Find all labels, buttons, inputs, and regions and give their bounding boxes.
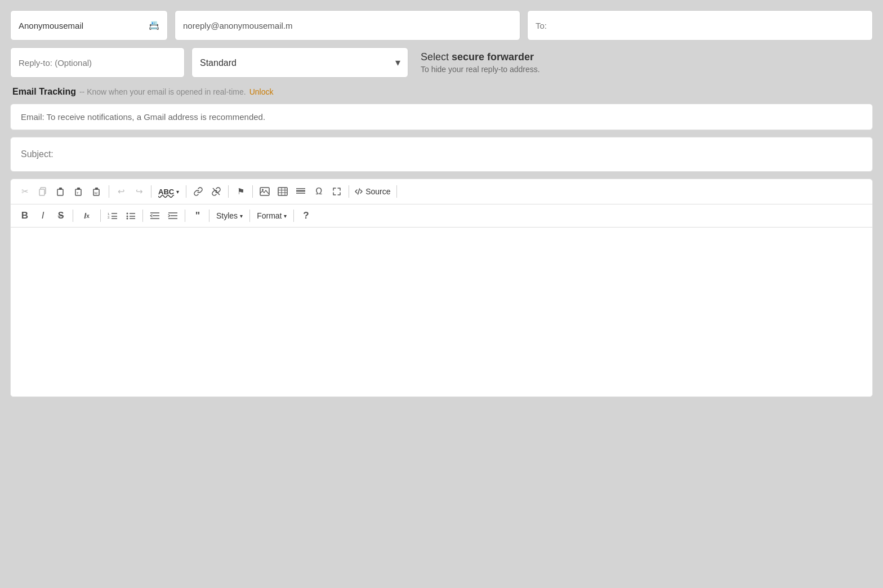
paste-text-button[interactable]: T: [70, 184, 87, 199]
source-button[interactable]: Source: [353, 184, 393, 199]
blockquote-button[interactable]: ": [189, 208, 206, 224]
secure-forwarder-subtitle: To hide your real reply-to address.: [421, 65, 867, 74]
tracking-section: Email Tracking -- Know when your email i…: [10, 84, 873, 97]
paste-button[interactable]: [52, 184, 69, 199]
paste-word-button[interactable]: W: [88, 184, 105, 199]
svg-point-28: [127, 218, 128, 220]
tracking-unlock-link[interactable]: Unlock: [249, 87, 274, 96]
svg-rect-1: [39, 189, 44, 195]
strike-button[interactable]: S: [52, 208, 69, 224]
secure-forwarder-info: Select secure forwarder To hide your rea…: [415, 47, 873, 78]
to-input[interactable]: [536, 21, 864, 30]
editor-container: ✂ T: [10, 179, 873, 397]
sep3: [186, 185, 186, 198]
sep10: [142, 210, 143, 222]
image-button[interactable]: [256, 184, 273, 199]
styles-label: Styles: [216, 211, 238, 220]
help-button[interactable]: ?: [297, 208, 314, 224]
special-char-button[interactable]: Ω: [310, 184, 327, 199]
row-from-to: Anonymousemail 📇: [10, 10, 873, 41]
indent-button[interactable]: [164, 208, 181, 224]
svg-point-26: [127, 213, 128, 215]
spellcheck-button[interactable]: ABC ▾: [155, 184, 182, 199]
sep13: [249, 210, 250, 222]
standard-select[interactable]: Standard Premium Custom: [191, 47, 408, 78]
sep5: [252, 185, 253, 198]
styles-arrow: ▾: [240, 213, 243, 219]
redo-button[interactable]: ↪: [131, 184, 148, 199]
tracking-desc: -- Know when your email is opened in rea…: [79, 87, 246, 96]
sep6: [349, 185, 349, 198]
reply-to-input[interactable]: [19, 58, 176, 68]
format-arrow: ▾: [284, 213, 287, 219]
sep9: [100, 210, 101, 222]
table-button[interactable]: [274, 184, 291, 199]
sep14: [293, 210, 294, 222]
svg-point-27: [127, 216, 128, 217]
sep11: [185, 210, 185, 222]
bold-button[interactable]: B: [16, 208, 33, 224]
sep12: [209, 210, 209, 222]
toolbar-row2: B I S Ix 1. 2.: [11, 204, 872, 228]
main-container: Anonymousemail 📇 Standard Premium Custom…: [0, 0, 883, 397]
to-field[interactable]: [527, 10, 873, 41]
reply-to-field[interactable]: [10, 47, 185, 78]
source-label: Source: [365, 187, 390, 196]
toolbar-row1: ✂ T: [11, 179, 872, 204]
editor-body[interactable]: [11, 228, 872, 397]
sep1: [109, 185, 109, 198]
svg-text:2.: 2.: [108, 216, 110, 219]
spellcheck-label: ABC: [158, 188, 174, 196]
svg-point-12: [262, 189, 264, 191]
row-reply-standard: Standard Premium Custom Select secure fo…: [10, 47, 873, 78]
italic-button[interactable]: I: [34, 208, 51, 224]
remove-format-button[interactable]: Ix: [77, 208, 97, 224]
sep8: [73, 210, 73, 222]
remove-format-x: x: [86, 213, 90, 219]
cut-button[interactable]: ✂: [16, 184, 33, 199]
styles-button[interactable]: Styles ▾: [213, 208, 246, 224]
sep2: [151, 185, 151, 198]
tracking-email-box[interactable]: Email: To receive notifications, a Gmail…: [10, 104, 873, 130]
secure-forwarder-title: Select secure forwarder: [421, 51, 867, 63]
secure-forwarder-title-normal: Select: [421, 51, 452, 63]
bold-icon: B: [21, 210, 28, 221]
sep7: [396, 185, 397, 198]
svg-rect-13: [278, 188, 287, 195]
svg-rect-5: [77, 188, 80, 190]
copy-button[interactable]: [34, 184, 51, 199]
format-label: Format: [257, 211, 282, 220]
svg-text:W: W: [95, 191, 98, 195]
maximize-button[interactable]: [328, 184, 345, 199]
standard-select-wrapper: Standard Premium Custom: [191, 47, 408, 78]
subject-field[interactable]: [10, 137, 873, 172]
format-button[interactable]: Format ▾: [253, 208, 290, 224]
svg-text:T: T: [77, 191, 79, 195]
tracking-label: Email Tracking: [12, 87, 76, 97]
link-button[interactable]: [190, 184, 207, 199]
sep4: [228, 185, 229, 198]
contact-card-icon: 📇: [149, 20, 159, 30]
hrule-button[interactable]: [292, 184, 309, 199]
undo-button[interactable]: ↩: [113, 184, 130, 199]
from-label: Anonymousemail: [19, 21, 83, 30]
tracking-row: Email Tracking -- Know when your email i…: [11, 87, 873, 97]
sender-field[interactable]: [175, 10, 520, 41]
anchor-button[interactable]: ⚑: [232, 184, 249, 199]
svg-rect-3: [59, 188, 62, 190]
outdent-button[interactable]: [146, 208, 163, 224]
svg-rect-8: [95, 188, 98, 190]
spellcheck-arrow: ▾: [176, 189, 179, 195]
subject-input[interactable]: [21, 149, 862, 159]
tracking-email-text: Email: To receive notifications, a Gmail…: [21, 112, 265, 122]
unlink-button[interactable]: [208, 184, 225, 199]
unordered-list-button[interactable]: [122, 208, 139, 224]
ordered-list-button[interactable]: 1. 2.: [104, 208, 121, 224]
from-field: Anonymousemail 📇: [10, 10, 168, 41]
svg-rect-2: [57, 189, 63, 195]
sender-input[interactable]: [183, 21, 512, 30]
secure-forwarder-title-bold: secure forwarder: [452, 51, 534, 63]
